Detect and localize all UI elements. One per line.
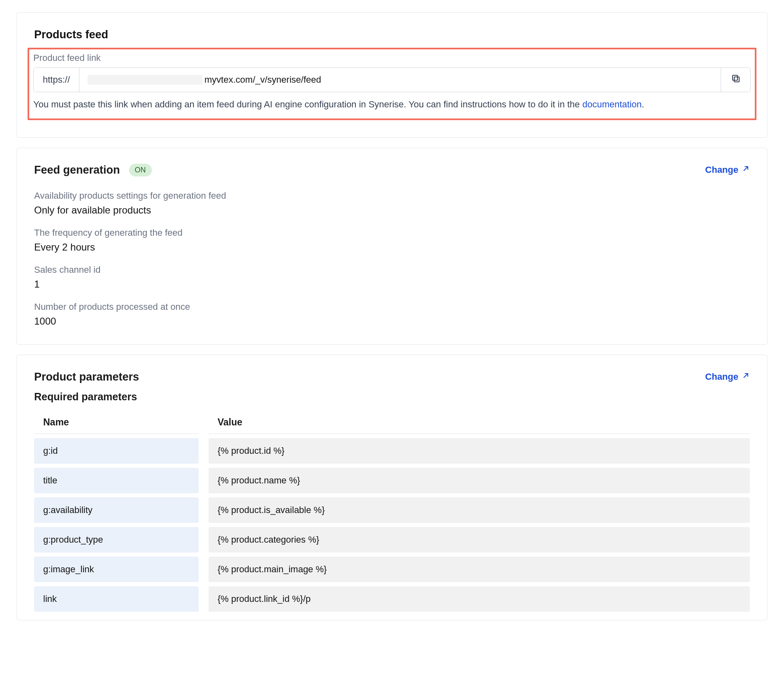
param-name-cell: g:product_type — [34, 527, 199, 553]
batch-size-value: 1000 — [34, 316, 750, 327]
product-parameters-title: Product parameters — [34, 371, 139, 383]
product-parameters-card: Product parameters Change Required param… — [16, 355, 768, 620]
feed-generation-change-button[interactable]: Change — [705, 165, 750, 175]
products-feed-title: Products feed — [34, 28, 750, 41]
param-value-cell: {% product.link_id %}/p — [209, 586, 750, 612]
product-feed-link-label: Product feed link — [33, 53, 751, 63]
availability-value: Only for available products — [34, 204, 750, 216]
frequency-label: The frequency of generating the feed — [34, 228, 750, 238]
copy-icon — [731, 74, 741, 86]
svg-rect-1 — [733, 75, 738, 80]
name-column-header: Name — [34, 413, 199, 434]
param-name-cell: g:availability — [34, 497, 199, 523]
value-column-header: Value — [209, 413, 750, 434]
param-value-cell: {% product.is_available %} — [209, 497, 750, 523]
param-name-cell: link — [34, 586, 199, 612]
feed-generation-status-badge: ON — [129, 164, 152, 176]
feed-generation-card: Feed generation ON Change Availability p… — [16, 148, 768, 345]
documentation-link[interactable]: documentation — [582, 99, 642, 109]
arrow-up-right-icon — [742, 372, 750, 382]
param-name-cell: g:image_link — [34, 557, 199, 582]
products-feed-card: Products feed Product feed link https://… — [16, 12, 768, 138]
copy-button[interactable] — [721, 68, 750, 92]
availability-label: Availability products settings for gener… — [34, 190, 750, 201]
param-value-cell: {% product.id %} — [209, 438, 750, 464]
param-value-cell: {% product.name %} — [209, 468, 750, 493]
required-parameters-table: Name g:idtitleg:availabilityg:product_ty… — [34, 413, 750, 612]
param-name-cell: g:id — [34, 438, 199, 464]
sales-channel-value: 1 — [34, 279, 750, 290]
param-name-cell: title — [34, 468, 199, 493]
required-parameters-heading: Required parameters — [34, 391, 750, 403]
param-value-cell: {% product.categories %} — [209, 527, 750, 553]
product-feed-link-input-row: https:// myvtex.com/_v/synerise/feed — [33, 67, 751, 92]
product-parameters-change-button[interactable]: Change — [705, 372, 750, 382]
param-value-cell: {% product.main_image %} — [209, 557, 750, 582]
url-prefix: https:// — [34, 68, 79, 92]
frequency-value: Every 2 hours — [34, 241, 750, 253]
sales-channel-label: Sales channel id — [34, 265, 750, 275]
product-feed-hint: You must paste this link when adding an … — [33, 98, 751, 111]
feed-generation-title: Feed generation — [34, 164, 120, 176]
redacted-domain — [88, 75, 203, 85]
svg-rect-0 — [734, 77, 739, 82]
url-suffix: myvtex.com/_v/synerise/feed — [204, 74, 321, 85]
product-feed-url-input[interactable]: myvtex.com/_v/synerise/feed — [79, 68, 721, 92]
arrow-up-right-icon — [742, 165, 750, 175]
product-feed-link-highlight: Product feed link https:// myvtex.com/_v… — [28, 48, 756, 120]
batch-size-label: Number of products processed at once — [34, 302, 750, 312]
